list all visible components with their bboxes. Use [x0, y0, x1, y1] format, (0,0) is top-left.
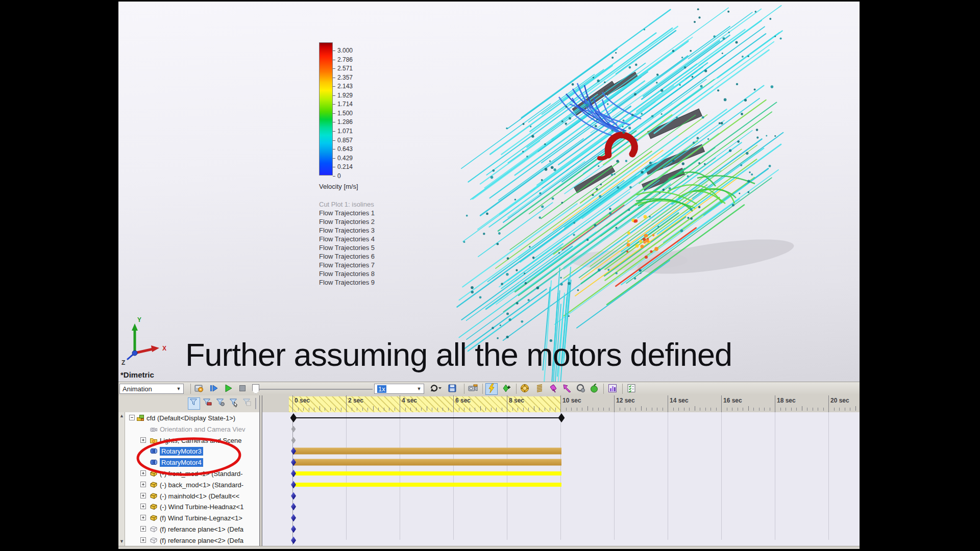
- motor-change-bar[interactable]: [293, 448, 561, 455]
- tree-row[interactable]: Orientation and Camera Viev: [125, 423, 259, 435]
- tree-scrollbar[interactable]: ▲ ▼: [118, 412, 125, 546]
- timeline-track-area[interactable]: [262, 412, 860, 546]
- chevron-down-icon: ▼: [415, 385, 423, 392]
- loop-mode-icon: [429, 383, 442, 395]
- ruler-minor-tick: [657, 408, 657, 411]
- results-and-plots-button[interactable]: [606, 383, 619, 395]
- keypoint-diamond[interactable]: [291, 525, 296, 533]
- component-change-bar[interactable]: [293, 471, 561, 475]
- legend-title: Velocity [m/s]: [319, 183, 358, 190]
- time-slider-handle[interactable]: [252, 384, 259, 394]
- expand-box[interactable]: [140, 493, 146, 498]
- keypoint-diamond[interactable]: [291, 503, 296, 511]
- time-slider-track[interactable]: [257, 389, 373, 390]
- motion-study-properties-button[interactable]: [625, 383, 638, 395]
- ruler-minor-tick: [475, 408, 475, 411]
- timebar-key-diamond[interactable]: [290, 413, 297, 422]
- filter-all-button[interactable]: [188, 397, 200, 410]
- motor-button[interactable]: [519, 383, 531, 395]
- add-key-button[interactable]: [501, 383, 513, 395]
- keypoint-diamond[interactable]: [291, 514, 296, 522]
- save-animation-button[interactable]: [446, 383, 458, 395]
- playback-speed-dropdown[interactable]: 1x ▼: [374, 384, 424, 394]
- motion-study-calculator-button[interactable]: [193, 383, 205, 395]
- study-type-dropdown[interactable]: Animation ▼: [119, 384, 184, 394]
- ruler-major-tick: [828, 395, 829, 412]
- tree-row[interactable]: (f) Wind Turbine-Legnaz<1>: [125, 512, 259, 523]
- filter-results-button[interactable]: [241, 397, 253, 410]
- scroll-down-icon[interactable]: ▼: [118, 539, 125, 544]
- tree-row[interactable]: (f) referance plane<1> (Defa: [125, 523, 259, 535]
- ruler-minor-tick: [625, 408, 625, 411]
- expand-box[interactable]: [140, 482, 146, 487]
- tree-row[interactable]: Lights, Cameras and Scene: [125, 435, 259, 446]
- motion-study-properties-icon: [626, 383, 636, 395]
- keypoint-diamond[interactable]: [291, 481, 296, 489]
- filter-selected-button[interactable]: [228, 397, 240, 410]
- loop-mode-button[interactable]: [427, 383, 444, 395]
- ruler-minor-tick: [550, 408, 550, 411]
- keypoint-diamond[interactable]: [291, 426, 296, 433]
- gravity-button[interactable]: [588, 383, 600, 395]
- timebar-key-diamond[interactable]: [558, 413, 565, 422]
- filter-driving-button[interactable]: [214, 397, 227, 410]
- force-button[interactable]: [561, 383, 573, 395]
- ruler-minor-tick: [389, 408, 389, 411]
- part-icon: [150, 514, 158, 522]
- ruler-minor-tick: [330, 408, 331, 411]
- flow-trajectories-render: [118, 0, 860, 382]
- tree-item-label: cfd (Default<Display State-1>): [146, 414, 235, 422]
- keypoint-diamond[interactable]: [291, 437, 296, 444]
- colorbar-value: 0.429: [337, 155, 353, 162]
- tree-row[interactable]: RotaryMotor4: [125, 457, 259, 468]
- timeline-gridline: [560, 412, 561, 540]
- expand-box[interactable]: [140, 515, 146, 520]
- contact-button[interactable]: [575, 383, 587, 395]
- scroll-up-icon[interactable]: ▲: [118, 413, 125, 418]
- collapse-box[interactable]: [129, 415, 135, 420]
- tree-row[interactable]: (-) back_mod<1> (Standard-: [125, 479, 259, 490]
- filter-separator: [255, 398, 257, 409]
- expand-box[interactable]: [140, 470, 146, 476]
- tree-row[interactable]: (f) referance plane<2> (Defa: [125, 535, 259, 546]
- ruler-minor-tick: [663, 408, 663, 411]
- keypoint-diamond[interactable]: [291, 492, 296, 500]
- ruler-minor-tick: [609, 408, 609, 411]
- tree-row[interactable]: (-) front_mod<1> (Standard-: [125, 468, 259, 479]
- gravity-icon: [589, 383, 599, 395]
- expand-box[interactable]: [140, 437, 146, 443]
- keypoint-diamond[interactable]: [291, 470, 296, 478]
- tree-row[interactable]: RotaryMotor3: [125, 445, 259, 457]
- filter-animated-button[interactable]: [201, 397, 213, 410]
- filter-all-icon: [189, 397, 199, 410]
- ruler-tick-label: 18 sec: [777, 397, 796, 404]
- ruler-minor-tick: [684, 408, 684, 411]
- calculate-button[interactable]: [485, 383, 498, 395]
- tree-row[interactable]: cfd (Default<Display State-1>): [125, 412, 259, 423]
- ruler-minor-tick: [432, 408, 432, 411]
- motor-change-bar[interactable]: [293, 459, 561, 466]
- damper-button[interactable]: [547, 383, 559, 395]
- tree-row[interactable]: (-) mainhold<1> (Default<<: [125, 490, 259, 502]
- stop-button[interactable]: [236, 383, 249, 395]
- expand-box[interactable]: [140, 526, 146, 532]
- ruler-minor-tick: [421, 408, 422, 411]
- spring-button[interactable]: [533, 383, 546, 395]
- horizontal-scroll-strip[interactable]: [118, 546, 860, 549]
- keypoint-diamond[interactable]: [291, 537, 296, 544]
- ruler-tick-label: 16 sec: [723, 397, 742, 404]
- ruler-minor-tick: [410, 408, 411, 411]
- expand-box[interactable]: [140, 537, 146, 543]
- component-change-bar[interactable]: [293, 483, 561, 487]
- expand-box[interactable]: [140, 504, 146, 509]
- motion-manager-tree: ▲ ▼ cfd (Default<Display State-1>)Orient…: [118, 412, 259, 546]
- colorbar-tick: [333, 176, 335, 177]
- ruler-major-tick: [614, 395, 615, 412]
- ruler-minor-tick: [357, 408, 357, 411]
- animation-wizard-button[interactable]: [467, 383, 479, 395]
- play-button[interactable]: [222, 383, 234, 395]
- tree-row[interactable]: (-) Wind Turbine-Headnaz<1: [125, 501, 259, 512]
- play-from-start-button[interactable]: [208, 383, 220, 395]
- graphics-viewport[interactable]: 3.0002.7862.5712.3572.1431.9291.7141.500…: [118, 0, 860, 382]
- timeline-ruler[interactable]: 0 sec2 sec4 sec6 sec8 sec10 sec12 sec14 …: [262, 395, 860, 412]
